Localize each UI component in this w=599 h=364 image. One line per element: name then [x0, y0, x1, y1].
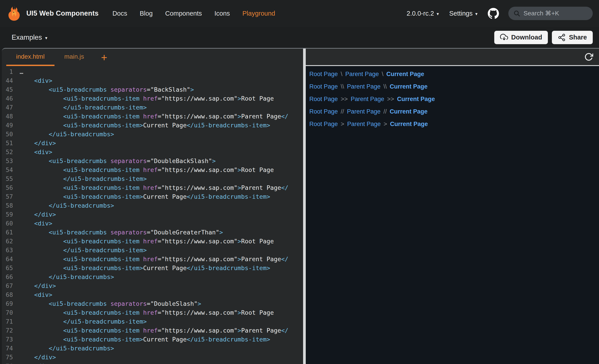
- code-line[interactable]: 55 </ui5-breadcrumbs-item>: [2, 174, 303, 183]
- line-number: 65: [2, 264, 20, 272]
- code-line[interactable]: 44 <div>: [2, 76, 303, 85]
- breadcrumb-link[interactable]: Root Page: [309, 83, 338, 90]
- search-input[interactable]: [523, 10, 588, 17]
- code-line[interactable]: 45 <ui5-breadcrumbs separators="BackSlas…: [2, 85, 303, 94]
- nav-components[interactable]: Components: [165, 10, 202, 17]
- code-line[interactable]: 59 </div>: [2, 210, 303, 219]
- code-line[interactable]: 49 <ui5-breadcrumbs-item>Current Page</u…: [2, 121, 303, 130]
- search-icon: [513, 10, 520, 17]
- code-token: ="BackSlash": [147, 86, 190, 93]
- line-number: 71: [2, 317, 20, 326]
- breadcrumbs-row: Root Page>>Parent Page>>Current Page: [309, 93, 599, 105]
- code-line[interactable]: 75 </div>: [2, 353, 303, 362]
- nav-docs[interactable]: Docs: [112, 10, 127, 17]
- line-number: 61: [2, 228, 20, 237]
- breadcrumb-link[interactable]: Parent Page: [347, 108, 380, 115]
- tab-main.js[interactable]: main.js: [54, 49, 94, 66]
- code-line[interactable]: 76 <div>: [2, 362, 303, 364]
- line-number: 53: [2, 157, 20, 166]
- code-line[interactable]: 53 <ui5-breadcrumbs separators="DoubleBa…: [2, 157, 303, 166]
- code-token: [20, 300, 49, 307]
- code-line[interactable]: 56 <ui5-breadcrumbs-item href="https://w…: [2, 183, 303, 192]
- settings-dropdown[interactable]: Settings ▾: [449, 10, 477, 17]
- code-line[interactable]: 68 <div>: [2, 290, 303, 299]
- code-line[interactable]: 48 <ui5-breadcrumbs-item href="https://w…: [2, 112, 303, 121]
- breadcrumb-link[interactable]: Root Page: [309, 108, 338, 115]
- line-number: 51: [2, 139, 20, 148]
- line-number: 75: [2, 353, 20, 362]
- breadcrumb-link[interactable]: Parent Page: [351, 96, 384, 103]
- code-line[interactable]: 71 </ui5-breadcrumbs-item>: [2, 317, 303, 326]
- code-line[interactable]: 51 </div>: [2, 139, 303, 148]
- code-token: [20, 149, 34, 155]
- code-line[interactable]: 47 </ui5-breadcrumbs-item>: [2, 103, 303, 112]
- tab-index.html[interactable]: index.html: [6, 49, 54, 66]
- line-number: 57: [2, 192, 20, 201]
- preview-content: Root Page\Parent Page\Current PageRoot P…: [306, 66, 599, 364]
- nav-blog[interactable]: Blog: [140, 10, 152, 17]
- breadcrumb-link[interactable]: Parent Page: [347, 83, 380, 90]
- code-token: [20, 113, 63, 120]
- code-token: ="https://www.sap.com": [158, 184, 238, 191]
- code-token: </div>: [34, 282, 56, 289]
- code-line[interactable]: 58 </ui5-breadcrumbs>: [2, 201, 303, 210]
- code-line[interactable]: 50 </ui5-breadcrumbs>: [2, 130, 303, 139]
- code-line[interactable]: 73 <ui5-breadcrumbs-item>Current Page</u…: [2, 335, 303, 344]
- search-box[interactable]: [508, 7, 593, 20]
- code-line[interactable]: 66 </ui5-breadcrumbs>: [2, 272, 303, 281]
- code-token: [20, 220, 34, 227]
- code-line[interactable]: 64 <ui5-breadcrumbs-item href="https://w…: [2, 255, 303, 264]
- code-line[interactable]: 63 </ui5-breadcrumbs-item>: [2, 246, 303, 255]
- code-token: [20, 175, 63, 182]
- code-line[interactable]: 74 </ui5-breadcrumbs>: [2, 344, 303, 353]
- editor-tabs: index.htmlmain.js +: [2, 49, 303, 66]
- code-line[interactable]: 52 <div>: [2, 148, 303, 157]
- line-number: 46: [2, 94, 20, 103]
- code-token: <ui5-breadcrumbs-item: [63, 309, 139, 316]
- code-area[interactable]: 1…44 <div>45 <ui5-breadcrumbs separators…: [2, 66, 303, 364]
- code-line[interactable]: 62 <ui5-breadcrumbs-item href="https://w…: [2, 237, 303, 246]
- code-token: Parent Page: [241, 256, 281, 262]
- brand[interactable]: UI5 Web Components: [6, 4, 98, 23]
- version-dropdown[interactable]: 2.0.0-rc.2 ▾: [407, 10, 439, 17]
- breadcrumb-link[interactable]: Root Page: [309, 96, 338, 103]
- code-line[interactable]: 72 <ui5-breadcrumbs-item href="https://w…: [2, 326, 303, 335]
- add-tab-button[interactable]: +: [101, 49, 107, 66]
- pane-resizer[interactable]: [303, 49, 306, 364]
- line-number: 62: [2, 237, 20, 246]
- code-line[interactable]: 60 <div>: [2, 219, 303, 228]
- examples-dropdown[interactable]: Examples ▾: [6, 34, 47, 42]
- nav-playground[interactable]: Playground: [242, 10, 275, 17]
- code-token: Current Page: [143, 193, 187, 200]
- code-line[interactable]: 70 <ui5-breadcrumbs-item href="https://w…: [2, 308, 303, 317]
- breadcrumb-link[interactable]: Parent Page: [347, 121, 380, 127]
- nav-icons[interactable]: Icons: [214, 10, 230, 17]
- code-token: <ui5-breadcrumbs: [49, 86, 107, 93]
- code-token: [107, 229, 110, 236]
- code-token: >: [238, 327, 241, 334]
- download-label: Download: [511, 34, 542, 41]
- code-line[interactable]: 46 <ui5-breadcrumbs-item href="https://w…: [2, 94, 303, 103]
- breadcrumb-link[interactable]: Root Page: [309, 121, 338, 127]
- breadcrumb-link[interactable]: Root Page: [309, 71, 338, 78]
- breadcrumb-link[interactable]: Parent Page: [345, 71, 379, 78]
- code-token: Current Page: [143, 264, 187, 271]
- refresh-icon[interactable]: [584, 52, 593, 61]
- code-line[interactable]: 67 </div>: [2, 281, 303, 290]
- code-token: </ui5-breadcrumbs-item>: [187, 122, 270, 129]
- code-line[interactable]: 54 <ui5-breadcrumbs-item href="https://w…: [2, 166, 303, 174]
- download-button[interactable]: Download: [494, 31, 548, 44]
- code-token: </ui5-breadcrumbs>: [49, 345, 114, 352]
- share-button[interactable]: Share: [552, 31, 593, 44]
- code-token: >: [198, 300, 201, 307]
- code-line[interactable]: 65 <ui5-breadcrumbs-item>Current Page</u…: [2, 264, 303, 272]
- code-line[interactable]: 1…: [2, 67, 303, 76]
- github-icon[interactable]: [488, 8, 499, 19]
- code-token: [139, 184, 143, 191]
- code-token: [20, 193, 63, 200]
- code-line[interactable]: 61 <ui5-breadcrumbs separators="DoubleGr…: [2, 228, 303, 237]
- code-line[interactable]: 69 <ui5-breadcrumbs separators="DoubleSl…: [2, 299, 303, 308]
- code-line[interactable]: 57 <ui5-breadcrumbs-item>Current Page</u…: [2, 192, 303, 201]
- code-token: ="https://www.sap.com": [158, 256, 238, 262]
- line-number: 63: [2, 246, 20, 255]
